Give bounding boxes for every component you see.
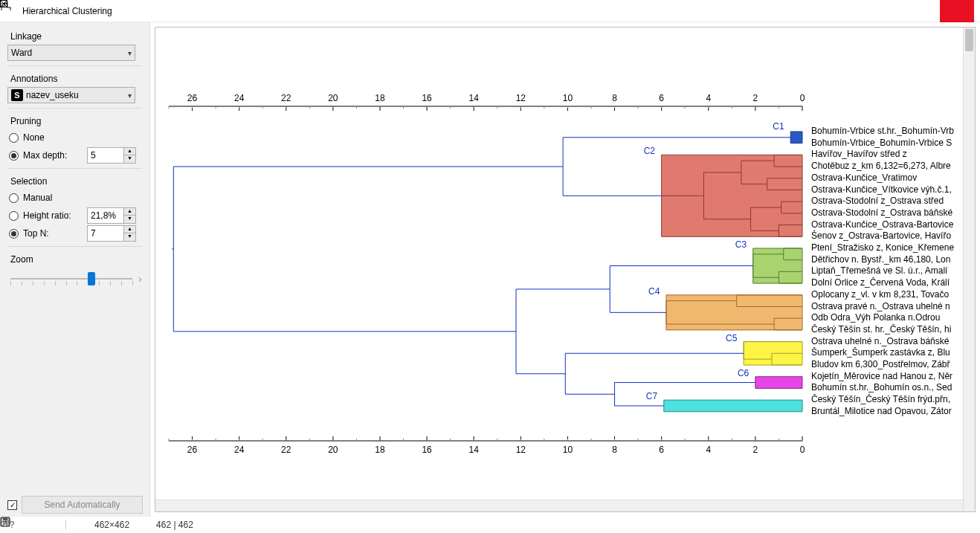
- axis-tick: 18: [375, 445, 384, 455]
- leaf-label: Bohumín-Vrbice st.hr._Bohumín-Vrb: [811, 126, 964, 136]
- selection-label: Selection: [7, 176, 142, 187]
- pruning-maxdepth-label: Max depth:: [23, 150, 83, 161]
- chevron-down-icon: ▾: [128, 91, 132, 100]
- leaf-label: Kojetín_Měrovice nad Hanou z, Něr: [811, 371, 964, 381]
- cluster-label: C2: [644, 146, 655, 156]
- leaf-label: Dolní Orlice z_Červená Voda, Králí: [811, 277, 964, 288]
- save-icon[interactable]: [25, 519, 37, 531]
- leaf-label: Český Těšín_Český Těšín frýd.přn,: [811, 394, 964, 404]
- leaf-label: Ostrava-Kunčice_Ostrava-Bartovice: [811, 219, 964, 230]
- axis-tick: 10: [563, 93, 573, 103]
- zoom-slider[interactable]: [7, 268, 135, 290]
- leaf-label: Ostrava-Stodolní z_Ostrava střed: [811, 196, 964, 206]
- radio-icon: [9, 133, 19, 143]
- svg-marker-90: [790, 132, 802, 143]
- selection-heightratio-value: 21,8%: [91, 210, 116, 221]
- vertical-scrollbar[interactable]: [963, 28, 975, 511]
- cluster-label: C7: [646, 391, 657, 401]
- selection-heightratio-label: Height ratio:: [23, 210, 83, 221]
- zoom-label: Zoom: [7, 254, 142, 265]
- selection-heightratio-radio[interactable]: Height ratio: 21,8% ▲▼: [7, 207, 142, 224]
- linkage-label: Linkage: [7, 31, 142, 42]
- horizontal-scrollbar[interactable]: [155, 500, 963, 511]
- svg-marker-142: [664, 400, 802, 412]
- spin-up-icon[interactable]: ▲: [124, 208, 135, 216]
- selection-heightratio-input[interactable]: 21,8% ▲▼: [87, 207, 136, 224]
- axis-tick: 16: [422, 445, 431, 455]
- axis-tick: 6: [659, 445, 664, 455]
- report-icon[interactable]: [45, 519, 57, 531]
- leaf-label: Ostrava-Kunčice_Vratimov: [811, 172, 964, 183]
- leaf-label: Český Těšín st. hr._Český Těšín, hi: [811, 324, 964, 335]
- leaf-label: Odb Odra_Výh Polanka n.Odrou: [811, 312, 964, 323]
- axis-tick: 20: [328, 93, 338, 103]
- chart-frame[interactable]: Bohumín-Vrbice st.hr._Bohumín-VrbBohumín…: [155, 27, 976, 512]
- selection-topn-input[interactable]: 7 ▲▼: [87, 225, 136, 242]
- radio-icon: [9, 211, 19, 221]
- cluster-label: C4: [648, 286, 660, 297]
- axis-tick: 2: [753, 93, 758, 103]
- send-auto-button[interactable]: Send Automatically: [22, 496, 143, 514]
- selection-topn-value: 7: [91, 228, 96, 239]
- leaf-label: Šenov z_Ostrava-Bartovice, Havířo: [811, 230, 964, 241]
- radio-icon: [9, 151, 19, 161]
- pruning-maxdepth-input[interactable]: 5 ▲▼: [87, 147, 136, 164]
- pruning-maxdepth-radio[interactable]: Max depth: 5 ▲▼: [7, 147, 142, 164]
- axis-tick: 4: [706, 93, 711, 103]
- sidebar: Linkage Ward ▾ Annotations S nazev_useku…: [0, 22, 150, 517]
- window-title: Hierarchical Clustering: [22, 6, 112, 16]
- selection-topn-label: Top N:: [23, 228, 83, 239]
- axis-tick: 22: [281, 93, 291, 103]
- axis-tick: 22: [281, 445, 291, 455]
- leaf-label: Dětřichov n. Bystř._km 46,180, Lon: [811, 254, 964, 265]
- input-icon: [75, 519, 87, 531]
- leaf-label: Ostrava uhelné n._Ostrava báňské: [811, 336, 964, 346]
- status-flow: 462 | 462: [156, 520, 193, 530]
- axis-tick: 12: [516, 445, 526, 455]
- app-icon: [6, 5, 18, 17]
- spin-up-icon[interactable]: ▲: [124, 226, 135, 233]
- maximize-button[interactable]: [906, 0, 940, 22]
- pruning-none-radio[interactable]: None: [7, 129, 142, 146]
- spin-up-icon[interactable]: ▲: [124, 148, 135, 155]
- axis-tick: 20: [328, 445, 338, 455]
- spin-down-icon[interactable]: ▼: [124, 216, 135, 223]
- axis-tick: 16: [422, 93, 431, 103]
- radio-icon: [9, 229, 19, 239]
- svg-marker-124: [666, 295, 802, 330]
- axis-tick: 14: [469, 445, 479, 455]
- axis-tick: 0: [800, 93, 805, 103]
- status-dims: 462×462: [94, 520, 129, 530]
- annotations-combo[interactable]: S nazev_useku ▾: [7, 87, 135, 103]
- leaf-label: Bohumín st.hr._Bohumín os.n., Sed: [811, 382, 964, 393]
- leaf-label: Bruntál_Milotice nad Opavou, Zátor: [811, 406, 964, 416]
- close-button[interactable]: [940, 0, 974, 22]
- spin-down-icon[interactable]: ▼: [124, 233, 135, 241]
- chart-area: Bohumín-Vrbice st.hr._Bohumín-VrbBohumín…: [150, 22, 980, 517]
- slider-thumb[interactable]: [88, 272, 95, 285]
- svg-rect-169: [1, 518, 4, 526]
- pruning-maxdepth-value: 5: [91, 150, 96, 161]
- axis-tick: 14: [469, 93, 479, 103]
- svg-marker-114: [753, 248, 802, 283]
- axis-tick: 10: [563, 445, 573, 455]
- leaf-label: Havířov_Havířov střed z: [811, 149, 964, 159]
- selection-manual-label: Manual: [23, 193, 52, 203]
- output-icon: [137, 519, 149, 531]
- selection-topn-radio[interactable]: Top N: 7 ▲▼: [7, 225, 142, 242]
- annotations-value: nazev_useku: [26, 90, 79, 100]
- axis-tick: 12: [516, 93, 526, 103]
- send-auto-checkbox[interactable]: [7, 500, 17, 510]
- minimize-button[interactable]: [871, 0, 906, 22]
- selection-manual-radio[interactable]: Manual: [7, 190, 142, 206]
- titlebar: Hierarchical Clustering: [0, 0, 980, 22]
- cluster-label: C3: [735, 239, 747, 250]
- leaf-label: Liptaň_Třemešná ve Sl. ú.r., Amalí: [811, 265, 964, 276]
- axis-tick: 8: [612, 93, 617, 103]
- cluster-label: C1: [773, 121, 784, 132]
- spin-down-icon[interactable]: ▼: [124, 155, 135, 163]
- radio-icon: [9, 193, 19, 203]
- leaf-label: Ostrava-Kunčice_Vítkovice výh.č.1,: [811, 184, 964, 195]
- chevron-right-icon[interactable]: ›: [138, 273, 142, 285]
- linkage-combo[interactable]: Ward ▾: [7, 45, 135, 61]
